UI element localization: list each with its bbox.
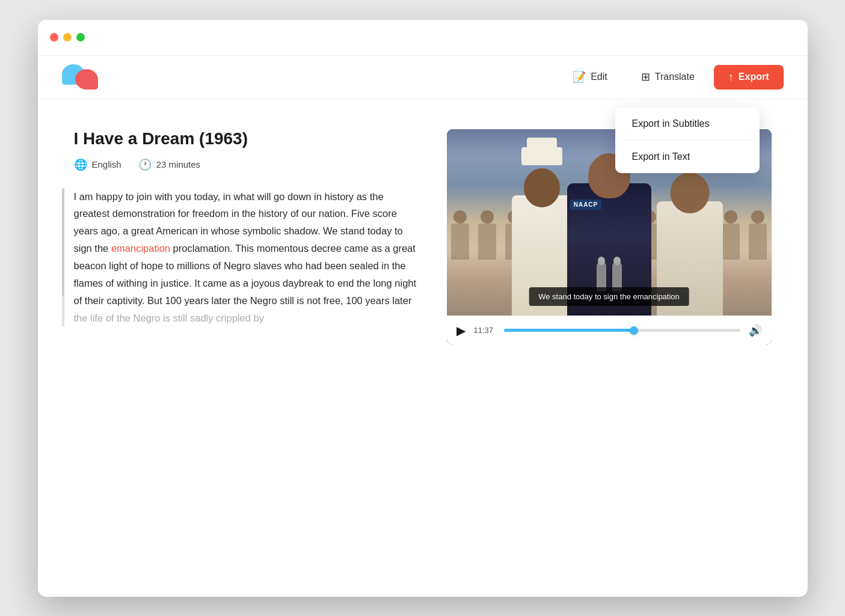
header: 📝 Edit ⊞ Translate ↑ Export Export in Su… xyxy=(38,56,808,99)
globe-icon: 🌐 xyxy=(74,158,87,171)
duration-meta: 🕐 23 minutes xyxy=(138,158,200,171)
left-panel: I Have a Dream (1963) 🌐 English 🕐 23 min… xyxy=(74,129,418,345)
translate-button[interactable]: ⊞ Translate xyxy=(627,64,709,90)
crowd-figure xyxy=(478,224,496,260)
language-label: English xyxy=(92,159,121,169)
person-left-hat xyxy=(521,147,562,165)
document-text: I am happy to join with you today, in wh… xyxy=(74,188,418,327)
edit-icon: 📝 xyxy=(573,70,586,84)
nav-buttons: 📝 Edit ⊞ Translate ↑ Export Export in Su… xyxy=(558,64,783,90)
close-button[interactable] xyxy=(50,33,58,41)
minimize-button[interactable] xyxy=(63,33,72,41)
progress-fill xyxy=(504,329,634,332)
crowd-figure xyxy=(451,224,469,260)
app-window: 📝 Edit ⊞ Translate ↑ Export Export in Su… xyxy=(38,20,808,597)
export-button[interactable]: ↑ Export xyxy=(714,65,784,90)
text-fade: the life of the Negro is still sadly cri… xyxy=(74,313,264,323)
translate-icon: ⊞ xyxy=(641,70,650,84)
logo xyxy=(62,62,100,92)
language-meta: 🌐 English xyxy=(74,158,121,171)
export-icon: ↑ xyxy=(728,71,734,84)
video-controls: ▶ 11:37 🔊 xyxy=(447,316,772,345)
crowd-figure xyxy=(722,224,740,260)
export-subtitles-item[interactable]: Export in Subtitles xyxy=(615,108,760,141)
person-right-head xyxy=(670,172,709,213)
current-time: 11:37 xyxy=(474,326,496,335)
traffic-lights xyxy=(50,33,85,41)
titlebar xyxy=(38,20,808,56)
export-text-item[interactable]: Export in Text xyxy=(615,141,760,173)
progress-thumb[interactable] xyxy=(630,326,638,335)
logo-bubbles xyxy=(62,62,100,92)
clock-icon: 🕐 xyxy=(138,158,152,171)
edit-label: Edit xyxy=(591,72,607,82)
logo-bubble-red xyxy=(75,69,98,90)
edit-button[interactable]: 📝 Edit xyxy=(558,64,622,90)
export-dropdown: Export in Subtitles Export in Text xyxy=(615,108,760,173)
scrollbar-thumb[interactable] xyxy=(62,188,64,296)
maximize-button[interactable] xyxy=(76,33,85,41)
document-meta: 🌐 English 🕐 23 minutes xyxy=(74,158,418,171)
text-scroll-container: I am happy to join with you today, in wh… xyxy=(74,188,418,327)
subtitle-overlay: We stand today to sign the emancipation xyxy=(529,287,689,306)
translate-label: Translate xyxy=(655,72,695,82)
volume-button[interactable]: 🔊 xyxy=(749,324,762,337)
document-title: I Have a Dream (1963) xyxy=(74,129,418,148)
progress-bar[interactable] xyxy=(504,329,740,332)
naacp-badge: NAACP xyxy=(570,200,602,210)
export-label: Export xyxy=(739,72,769,82)
play-button[interactable]: ▶ xyxy=(456,323,466,338)
person-left-head xyxy=(524,168,560,207)
duration-label: 23 minutes xyxy=(156,159,200,169)
scrollbar-track[interactable] xyxy=(62,188,64,327)
highlight-word: emancipation xyxy=(111,243,170,254)
crowd-figure xyxy=(749,224,767,260)
